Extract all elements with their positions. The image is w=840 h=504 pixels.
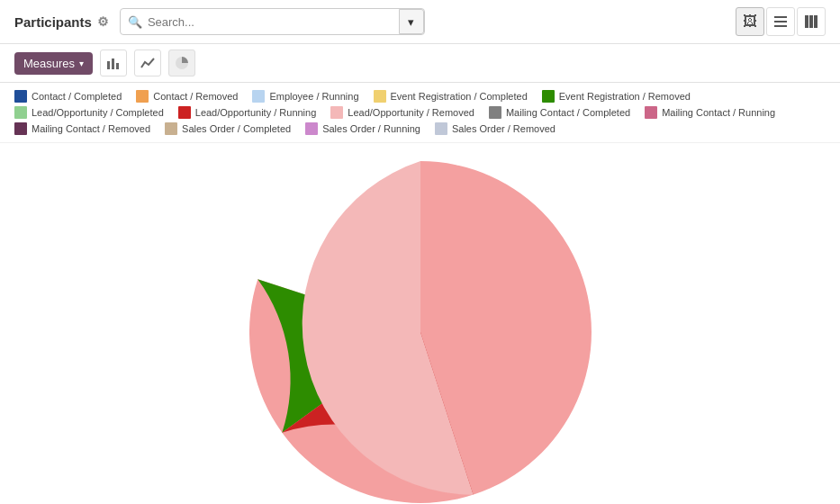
- title-text: Participants: [14, 14, 92, 30]
- measures-button[interactable]: Measures ▾: [14, 52, 93, 75]
- svg-rect-5: [814, 15, 817, 28]
- legend-color-swatch: [435, 122, 447, 135]
- svg-rect-1: [774, 21, 787, 22]
- legend-item: Mailing Contact / Completed: [489, 106, 630, 119]
- list-view-button[interactable]: [766, 7, 795, 36]
- legend-color-swatch: [165, 122, 177, 135]
- legend-item: Mailing Contact / Running: [645, 106, 775, 119]
- legend-color-swatch: [374, 90, 386, 103]
- legend-color-swatch: [178, 106, 191, 119]
- legend-item: Sales Order / Completed: [165, 122, 291, 135]
- legend-color-swatch: [330, 106, 343, 119]
- svg-rect-7: [112, 58, 114, 69]
- legend-item: Event Registration / Completed: [374, 90, 528, 103]
- search-icon: 🔍: [128, 15, 142, 29]
- gear-icon[interactable]: ⚙: [97, 14, 109, 29]
- legend-label: Sales Order / Removed: [452, 123, 555, 134]
- legend-color-swatch: [14, 90, 27, 103]
- svg-rect-2: [774, 25, 787, 27]
- view-buttons: 🖼: [736, 7, 826, 36]
- legend-item: Contact / Removed: [136, 90, 238, 103]
- legend-label: Mailing Contact / Completed: [506, 107, 630, 118]
- svg-rect-6: [107, 61, 110, 69]
- legend-item: Mailing Contact / Removed: [14, 122, 150, 135]
- page-title: Participants ⚙: [14, 14, 109, 30]
- chart-area: [0, 143, 840, 504]
- legend-label: Event Registration / Removed: [559, 91, 691, 102]
- search-dropdown-arrow[interactable]: ▾: [399, 9, 424, 34]
- legend-label: Lead/Opportunity / Completed: [32, 107, 164, 118]
- legend-color-swatch: [305, 122, 318, 135]
- legend-label: Mailing Contact / Running: [662, 107, 775, 118]
- legend-label: Lead/Opportunity / Removed: [348, 107, 474, 118]
- legend-color-swatch: [136, 90, 149, 103]
- pie-chart: [249, 161, 592, 503]
- legend-item: Contact / Completed: [14, 90, 122, 103]
- search-container: 🔍 ▾: [120, 8, 425, 35]
- kanban-view-button[interactable]: [797, 7, 826, 36]
- legend-item: Employee / Running: [252, 90, 358, 103]
- measures-dropdown-arrow: ▾: [79, 58, 84, 68]
- toolbar: Measures ▾: [0, 44, 840, 83]
- legend-color-swatch: [645, 106, 657, 119]
- measures-label: Measures: [23, 57, 75, 70]
- legend-color-swatch: [542, 90, 555, 103]
- top-bar: Participants ⚙ 🔍 ▾ 🖼: [0, 0, 840, 44]
- legend-label: Mailing Contact / Removed: [32, 123, 150, 134]
- chart-view-button[interactable]: 🖼: [736, 7, 764, 36]
- legend-label: Lead/Opportunity / Running: [195, 107, 317, 118]
- bar-chart-button[interactable]: [100, 50, 127, 76]
- legend-label: Employee / Running: [269, 91, 358, 102]
- legend-item: Sales Order / Running: [305, 122, 420, 135]
- legend-item: Event Registration / Removed: [542, 90, 691, 103]
- legend-item: Lead/Opportunity / Completed: [14, 106, 164, 119]
- legend-label: Contact / Removed: [153, 91, 238, 102]
- legend-label: Contact / Completed: [32, 91, 122, 102]
- legend-color-swatch: [252, 90, 265, 103]
- legend-color-swatch: [14, 122, 27, 135]
- legend-label: Sales Order / Running: [322, 123, 420, 134]
- line-chart-button[interactable]: [134, 50, 161, 76]
- pie-chart-button[interactable]: [168, 50, 195, 76]
- svg-rect-8: [116, 63, 119, 69]
- legend-label: Sales Order / Completed: [182, 123, 291, 134]
- svg-rect-3: [805, 15, 808, 28]
- legend: Contact / CompletedContact / RemovedEmpl…: [0, 83, 840, 143]
- legend-item: Sales Order / Removed: [435, 122, 555, 135]
- search-input[interactable]: [148, 15, 393, 29]
- svg-rect-4: [809, 15, 813, 28]
- svg-rect-0: [774, 16, 787, 18]
- legend-item: Lead/Opportunity / Running: [178, 106, 317, 119]
- legend-color-swatch: [14, 106, 27, 119]
- legend-item: Lead/Opportunity / Removed: [330, 106, 474, 119]
- legend-color-swatch: [489, 106, 501, 119]
- legend-label: Event Registration / Completed: [391, 91, 528, 102]
